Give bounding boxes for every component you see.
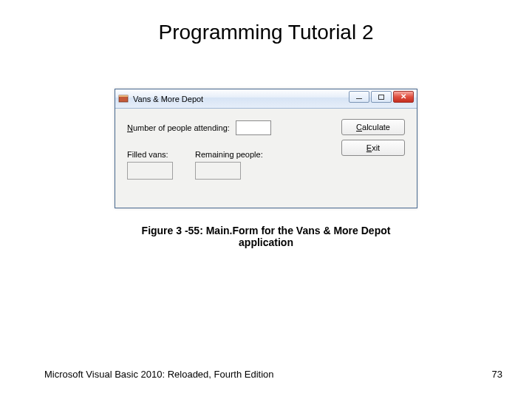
figure-area: Vans & More Depot ✕ Number of people att… [115, 89, 417, 248]
exit-button[interactable]: Exit [341, 140, 405, 156]
remaining-people-output [195, 162, 241, 180]
footer-text: Microsoft Visual Basic 2010: Reloaded, F… [44, 369, 273, 380]
remaining-people-label: Remaining people: [195, 150, 263, 159]
app-window: Vans & More Depot ✕ Number of people att… [115, 89, 417, 208]
window-client-area: Number of people attending: Calculate Ex… [115, 109, 417, 208]
maximize-icon [378, 95, 384, 100]
page-number: 73 [492, 369, 502, 380]
minimize-button[interactable] [349, 91, 369, 103]
slide-title: Programming Tutorial 2 [0, 21, 532, 44]
figure-caption: Figure 3 -55: Main.Form for the Vans & M… [115, 225, 417, 248]
maximize-button[interactable] [371, 91, 392, 103]
attending-label: Number of people attending: [127, 123, 230, 132]
filled-vans-output [127, 162, 173, 180]
attending-input[interactable] [236, 120, 271, 135]
svg-rect-1 [119, 95, 128, 97]
titlebar: Vans & More Depot ✕ [115, 89, 417, 109]
filled-vans-label: Filled vans: [127, 150, 173, 159]
filled-vans-group: Filled vans: [127, 150, 173, 180]
calculate-button[interactable]: Calculate [341, 119, 405, 135]
minimize-icon [356, 98, 362, 99]
close-icon: ✕ [400, 93, 406, 100]
button-column: Calculate Exit [341, 119, 405, 156]
app-icon [118, 94, 129, 104]
slide-footer: Microsoft Visual Basic 2010: Reloaded, F… [44, 369, 502, 380]
close-button[interactable]: ✕ [393, 91, 414, 103]
window-title: Vans & More Depot [133, 95, 203, 103]
remaining-people-group: Remaining people: [195, 150, 263, 180]
window-controls: ✕ [347, 91, 414, 103]
